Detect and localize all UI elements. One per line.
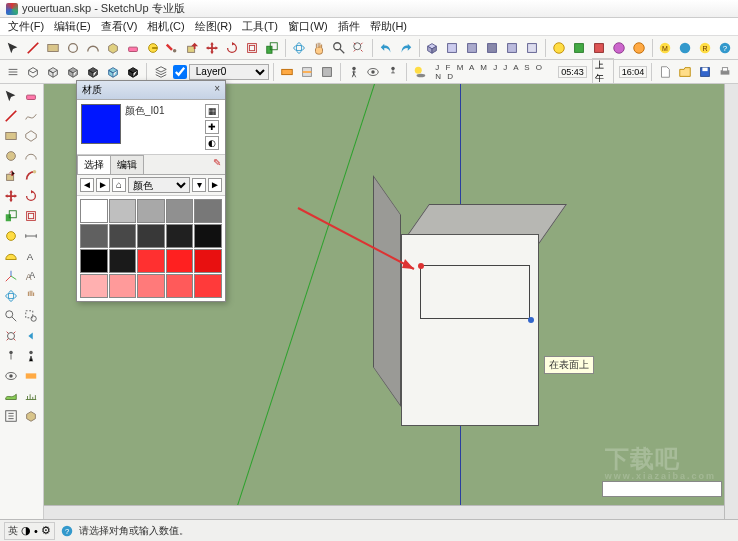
iso-view-icon[interactable] [423,38,441,58]
rectangle-icon[interactable] [2,127,20,145]
box-front-face[interactable] [401,234,539,426]
freehand-icon[interactable] [22,107,40,125]
back-view-icon[interactable] [503,38,521,58]
front-view-icon[interactable] [463,38,481,58]
box-side-face[interactable] [373,175,401,407]
plugin5-icon[interactable] [630,38,648,58]
close-icon[interactable]: × [214,83,220,97]
plugin2-icon[interactable] [570,38,588,58]
swatch-6[interactable] [109,224,137,248]
plugin-r-icon[interactable]: R [696,38,714,58]
face-style3-icon[interactable] [64,62,82,82]
select-icon[interactable] [2,87,20,105]
layer-visible-checkbox[interactable] [173,65,187,79]
swatch-2[interactable] [137,199,165,223]
save-file-icon[interactable] [696,62,714,82]
position-camera2-icon[interactable] [2,347,20,365]
tab-select[interactable]: 选择 [77,155,111,174]
line-icon[interactable] [2,107,20,125]
print-icon[interactable] [716,62,734,82]
arc-tool-icon[interactable] [84,38,102,58]
nav-back-icon[interactable]: ◄ [80,178,94,192]
zoom-tool-icon[interactable] [330,38,348,58]
measurements-input[interactable] [602,481,722,497]
walk-icon[interactable] [345,62,363,82]
swatch-11[interactable] [109,249,137,273]
open-file-icon[interactable] [676,62,694,82]
material-category-select[interactable]: 颜色 [128,177,190,193]
pushpull-tool-icon[interactable] [183,38,201,58]
tape-icon[interactable] [2,227,20,245]
drawing-rectangle[interactable] [420,265,530,319]
swatch-14[interactable] [194,249,222,273]
new-file-icon[interactable] [656,62,674,82]
offset-icon[interactable] [22,207,40,225]
swatch-16[interactable] [109,274,137,298]
rotate-icon[interactable] [22,187,40,205]
tape-tool-icon[interactable] [144,38,162,58]
eyedropper-icon[interactable]: ✎ [209,155,225,174]
swatch-19[interactable] [194,274,222,298]
undo-icon[interactable] [377,38,395,58]
select-tool-icon[interactable] [4,38,22,58]
scale-icon[interactable] [2,207,20,225]
face-style6-icon[interactable] [124,62,142,82]
position-camera-icon[interactable] [384,62,402,82]
followme-icon[interactable] [22,167,40,185]
plugin-globe-icon[interactable] [676,38,694,58]
time-value[interactable]: 16:04 [619,66,648,78]
component-tool-icon[interactable] [104,38,122,58]
menu-tools[interactable]: 工具(T) [242,19,278,34]
nav-fwd-icon[interactable]: ► [96,178,110,192]
face-style4-icon[interactable] [84,62,102,82]
help-icon[interactable]: ? [716,38,734,58]
zoom-icon[interactable] [2,307,20,325]
current-material-swatch[interactable] [81,104,121,144]
plugin1-icon[interactable] [550,38,568,58]
section-plane-icon[interactable] [278,62,296,82]
swatch-5[interactable] [80,224,108,248]
redo-icon[interactable] [397,38,415,58]
3dtext-icon[interactable]: AA [22,267,40,285]
axes-icon[interactable] [2,267,20,285]
swatch-15[interactable] [80,274,108,298]
component-maker-icon[interactable] [22,407,40,425]
pan-tool-icon[interactable] [310,38,328,58]
swatch-12[interactable] [137,249,165,273]
top-view-icon[interactable] [443,38,461,58]
swatch-7[interactable] [137,224,165,248]
swatch-0[interactable] [80,199,108,223]
layer-manager-icon[interactable] [151,62,171,82]
left-view-icon[interactable] [523,38,541,58]
current-material-name[interactable]: 颜色_I01 [125,104,201,150]
edge-style-icon[interactable] [4,62,22,82]
right-view-icon[interactable] [483,38,501,58]
swatch-1[interactable] [109,199,137,223]
menu-plugins[interactable]: 插件 [338,19,360,34]
menu-edit[interactable]: 编辑(E) [54,19,91,34]
pan-icon[interactable] [22,287,40,305]
tab-edit[interactable]: 编辑 [110,155,144,174]
model-box[interactable] [401,234,539,426]
plugin3-icon[interactable] [590,38,608,58]
menu-file[interactable]: 文件(F) [8,19,44,34]
horizontal-scrollbar[interactable] [44,505,724,519]
ime-indicator[interactable]: 英 ◑ • ⚙ [4,522,55,540]
arc-icon[interactable] [22,147,40,165]
swatch-18[interactable] [166,274,194,298]
vertical-scrollbar[interactable] [724,84,738,519]
circle-tool-icon[interactable] [64,38,82,58]
materials-panel[interactable]: 材质 × 颜色_I01 ▦ ✚ ◐ 选择 编辑 ✎ ◄ ► ⌂ 颜色 ▾ ► [76,80,226,302]
section-cut-icon[interactable] [318,62,336,82]
menu-help[interactable]: 帮助(H) [370,19,407,34]
eraser-tool-icon[interactable] [124,38,142,58]
default-material-icon[interactable]: ▦ [205,104,219,118]
swatch-3[interactable] [166,199,194,223]
section-display-icon[interactable] [298,62,316,82]
pushpull-icon[interactable] [2,167,20,185]
plugin4-icon[interactable] [610,38,628,58]
look-around-icon[interactable] [2,367,20,385]
rotate-tool-icon[interactable] [223,38,241,58]
walk2-icon[interactable] [22,347,40,365]
zoom-extents-icon[interactable] [2,327,20,345]
